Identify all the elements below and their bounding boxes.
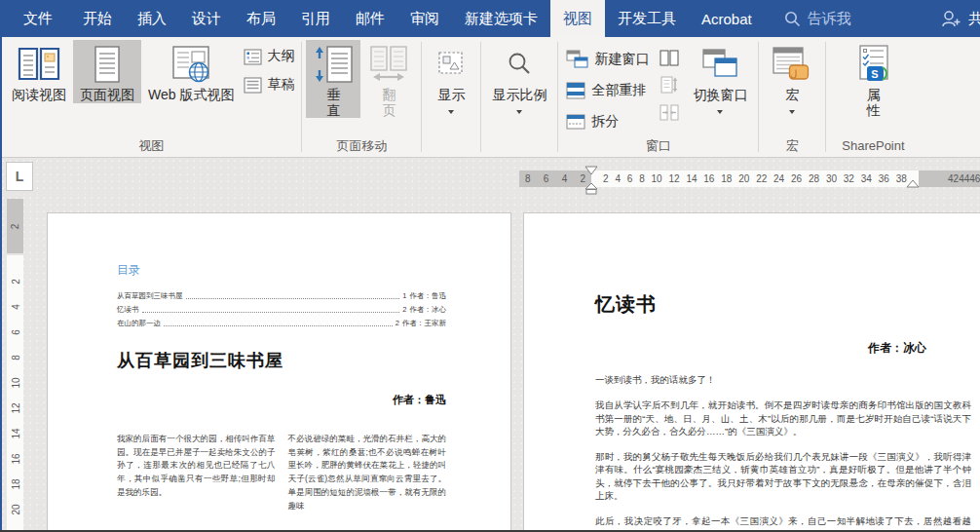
tab-custom-new-tab[interactable]: 新建选项卡 bbox=[452, 0, 550, 37]
vertical-ruler[interactable]: 2 246810121416182022 bbox=[7, 199, 23, 532]
toc-page-number: 2 bbox=[402, 305, 406, 315]
group-divider bbox=[480, 42, 481, 152]
share-button[interactable]: 共 bbox=[940, 0, 980, 37]
vertical-button[interactable]: 垂直 bbox=[306, 40, 360, 118]
zoom-dropdown-button[interactable]: 显示比例 bbox=[485, 40, 553, 114]
tab-home[interactable]: 开始 bbox=[70, 0, 125, 37]
group-divider bbox=[758, 42, 759, 152]
side-to-side-label: 翻页 bbox=[381, 87, 396, 118]
tab-file[interactable]: 文件 bbox=[6, 0, 70, 37]
page-2[interactable]: 忆读书 作者：冰心 一谈到读书，我的话就多了！ 我自从学认字后不到几年，就开始读… bbox=[523, 212, 980, 532]
document-area: 2 246810121416182022 目录 从百草园到三味书屋 1作者：鲁迅… bbox=[0, 195, 980, 532]
ruler-number: 22 bbox=[756, 173, 767, 184]
toc-entry-title: 忆读书 bbox=[117, 305, 139, 315]
web-layout-button[interactable]: Web 版式视图 bbox=[141, 40, 241, 103]
ruler-number: 20 bbox=[7, 502, 23, 518]
page-1[interactable]: 目录 从百草园到三味书屋 1作者：鲁迅 忆读书 2作者：冰心 在山的那一边 2作… bbox=[47, 212, 511, 532]
view-side-by-side-button[interactable] bbox=[659, 48, 680, 67]
page-globe-icon bbox=[169, 43, 213, 86]
sharepoint-group-label: SharePoint bbox=[828, 138, 918, 157]
first-line-indent-marker[interactable] bbox=[584, 166, 598, 175]
split-label: 拆分 bbox=[591, 113, 619, 131]
tab-view[interactable]: 视图 bbox=[550, 0, 605, 37]
side-to-side-button: 翻页 bbox=[360, 40, 417, 118]
ruler-number: 14 bbox=[686, 173, 697, 184]
tab-layout[interactable]: 布局 bbox=[234, 0, 288, 37]
macros-label: 宏 bbox=[785, 87, 799, 102]
body-paragraph: 不必说碧绿的菜畦，光滑的石井栏，高大的皂荚树，紫红的桑葚;也不必说鸣蝉在树叶里长… bbox=[288, 433, 447, 513]
switch-windows-button[interactable]: 切换窗口 bbox=[686, 40, 754, 114]
group-zoom: 显示比例 bbox=[483, 37, 555, 157]
ruler-number: 42 bbox=[948, 173, 959, 184]
ruler-number: 18 bbox=[721, 173, 732, 184]
ruler-number: 16 bbox=[7, 451, 23, 468]
group-page-movement: 垂直 翻页 页面移动 bbox=[304, 37, 419, 157]
hanging-indent-marker[interactable] bbox=[584, 182, 598, 195]
macros-button[interactable]: 宏 bbox=[765, 40, 819, 114]
new-window-button[interactable]: 新建窗口 bbox=[562, 46, 653, 73]
toc-heading: 目录 bbox=[117, 262, 446, 279]
draft-icon bbox=[244, 77, 262, 94]
ruler-number: 6 bbox=[627, 173, 633, 184]
window-left-border bbox=[0, 37, 2, 532]
vruler-top-margin: 2 bbox=[7, 199, 23, 253]
tab-review[interactable]: 审阅 bbox=[397, 0, 452, 37]
ruler-row: L 8642 246810121416182022242628303234363… bbox=[0, 158, 980, 195]
tab-developer[interactable]: 开发工具 bbox=[605, 0, 689, 37]
reset-window-position-icon bbox=[660, 104, 679, 121]
word-window: 文件 开始 插入 设计 布局 引用 邮件 审阅 新建选项卡 视图 开发工具 Ac… bbox=[0, 0, 980, 532]
ruler-number: 4 bbox=[562, 173, 568, 184]
body-paragraph: 我家的后面有一个很大的园，相传叫作百草园。现在是早已并屋子一起卖给朱文公的子孙了… bbox=[117, 433, 276, 500]
pages-horizontal-arrows-icon bbox=[367, 43, 410, 86]
article-body-two-columns[interactable]: 我家的后面有一个很大的园，相传叫作百草园。现在是早已并屋子一起卖给朱文公的子孙了… bbox=[117, 433, 446, 513]
page-movement-group-label: 页面移动 bbox=[304, 138, 419, 157]
tab-acrobat[interactable]: Acrobat bbox=[689, 0, 765, 37]
ruler-number: 26 bbox=[791, 173, 802, 184]
ruler-number: 24 bbox=[773, 173, 784, 184]
horizontal-ruler[interactable]: 8642 2468101214161820222426283032343638 … bbox=[0, 171, 980, 187]
tab-insert[interactable]: 插入 bbox=[125, 0, 179, 37]
article-body[interactable]: 一谈到读书，我的话就多了！ 我自从学认字后不到几年，就开始读书。倒不是四岁时读母… bbox=[595, 373, 971, 532]
person-plus-icon bbox=[940, 9, 961, 29]
ruler-number: 36 bbox=[879, 173, 889, 184]
ruler-number: 12 bbox=[7, 400, 23, 417]
draft-view-button[interactable]: 草稿 bbox=[241, 74, 297, 95]
arrange-all-button[interactable]: 全部重排 bbox=[562, 77, 653, 104]
ruler-number: 16 bbox=[703, 173, 714, 184]
outline-view-button[interactable]: 大纲 bbox=[241, 46, 297, 67]
show-label: 显示 bbox=[437, 87, 465, 102]
group-divider bbox=[557, 42, 558, 152]
vruler-text-area: 246810121416182022 bbox=[7, 255, 23, 532]
toc-page-number: 2 bbox=[396, 319, 399, 328]
ribbon-tab-bar: 文件 开始 插入 设计 布局 引用 邮件 审阅 新建选项卡 视图 开发工具 Ac… bbox=[0, 0, 980, 37]
dropdown-arrow-icon bbox=[717, 110, 723, 114]
ruler-number: 18 bbox=[7, 476, 23, 493]
table-scroll-icon bbox=[772, 43, 812, 86]
sharepoint-page-icon: S bbox=[853, 43, 892, 86]
tab-design[interactable]: 设计 bbox=[179, 0, 234, 37]
ruler-number: 6 bbox=[544, 173, 549, 184]
toc-entry-title: 在山的那一边 bbox=[117, 319, 161, 328]
tab-references[interactable]: 引用 bbox=[288, 0, 343, 37]
print-layout-button[interactable]: 页面视图 bbox=[73, 40, 141, 103]
show-dropdown-button[interactable]: 显示 bbox=[426, 40, 476, 114]
right-indent-marker[interactable] bbox=[906, 179, 920, 188]
toc-entry[interactable]: 忆读书 2作者：冰心 bbox=[117, 301, 446, 315]
tab-mailings[interactable]: 邮件 bbox=[343, 0, 397, 37]
toc-entry-title: 从百草园到三味书屋 bbox=[117, 291, 183, 301]
tell-me-box[interactable]: 告诉我 bbox=[774, 0, 861, 37]
zoom-label: 显示比例 bbox=[492, 87, 547, 102]
read-mode-button[interactable]: 阅读视图 bbox=[5, 40, 73, 103]
views-group-label: 视图 bbox=[3, 138, 299, 157]
toc-entry[interactable]: 在山的那一边 2作者：王家新 bbox=[117, 315, 446, 328]
group-divider bbox=[421, 42, 422, 152]
group-show: 显示 bbox=[424, 37, 478, 157]
properties-button[interactable]: S 属性 bbox=[847, 40, 899, 118]
ruler-left-margin: 8642 bbox=[519, 171, 591, 187]
show-group-label bbox=[424, 138, 478, 157]
toc-entry[interactable]: 从百草园到三味书屋 1作者：鲁迅 bbox=[117, 287, 446, 301]
dashed-selection-icon bbox=[436, 43, 466, 86]
toc-dot-leader bbox=[164, 325, 393, 326]
split-button[interactable]: 拆分 bbox=[562, 108, 653, 135]
share-label: 共 bbox=[968, 10, 980, 28]
